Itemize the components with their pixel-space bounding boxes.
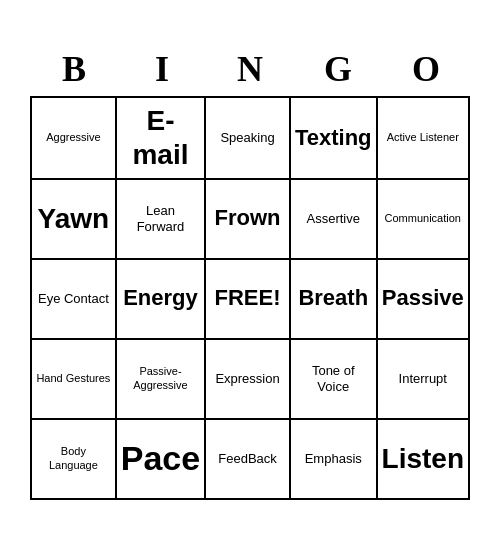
cell-text: Expression (215, 371, 279, 387)
cell-text: Speaking (220, 130, 274, 146)
bingo-cell: Yawn (32, 180, 117, 260)
cell-text: Passive-Aggressive (121, 365, 200, 391)
bingo-cell: Assertive (291, 180, 378, 260)
header-letter: G (294, 44, 382, 94)
cell-text: Body Language (36, 445, 111, 471)
bingo-cell: Speaking (206, 98, 291, 179)
bingo-card: BINGO AggressiveE-mailSpeakingTextingAct… (20, 34, 480, 509)
cell-text: Passive (382, 285, 464, 311)
cell-text: Energy (123, 285, 198, 311)
bingo-cell: Expression (206, 340, 291, 420)
bingo-cell: Passive (378, 260, 470, 340)
cell-text: Eye Contact (38, 291, 109, 307)
cell-text: Assertive (307, 211, 360, 227)
bingo-cell: Emphasis (291, 420, 378, 500)
bingo-cell: Listen (378, 420, 470, 500)
header-letter: B (30, 44, 118, 94)
cell-text: Active Listener (387, 131, 459, 144)
cell-text: Yawn (38, 202, 110, 236)
cell-text: FeedBack (218, 451, 277, 467)
bingo-cell: Body Language (32, 420, 117, 500)
cell-text: Frown (215, 205, 281, 231)
cell-text: Pace (121, 438, 200, 479)
bingo-grid: AggressiveE-mailSpeakingTextingActive Li… (30, 96, 470, 499)
bingo-cell: Active Listener (378, 98, 470, 179)
cell-text: Emphasis (305, 451, 362, 467)
cell-text: Tone of Voice (295, 363, 372, 394)
bingo-cell: Passive-Aggressive (117, 340, 206, 420)
cell-text: Texting (295, 125, 372, 151)
header-letter: O (382, 44, 470, 94)
cell-text: Breath (298, 285, 368, 311)
cell-text: Interrupt (399, 371, 447, 387)
cell-text: Aggressive (46, 131, 100, 144)
bingo-cell: Pace (117, 420, 206, 500)
bingo-cell: Breath (291, 260, 378, 340)
header-letter: I (118, 44, 206, 94)
bingo-cell: Texting (291, 98, 378, 179)
bingo-cell: FeedBack (206, 420, 291, 500)
bingo-cell: FREE! (206, 260, 291, 340)
bingo-cell: Tone of Voice (291, 340, 378, 420)
bingo-cell: Aggressive (32, 98, 117, 179)
cell-text: Hand Gestures (36, 372, 110, 385)
bingo-cell: Energy (117, 260, 206, 340)
bingo-header: BINGO (30, 44, 470, 94)
bingo-cell: Lean Forward (117, 180, 206, 260)
bingo-cell: Interrupt (378, 340, 470, 420)
cell-text: FREE! (215, 285, 281, 311)
bingo-cell: Communication (378, 180, 470, 260)
cell-text: Listen (382, 442, 464, 476)
header-letter: N (206, 44, 294, 94)
cell-text: E-mail (121, 104, 200, 171)
bingo-cell: Hand Gestures (32, 340, 117, 420)
bingo-cell: E-mail (117, 98, 206, 179)
bingo-cell: Frown (206, 180, 291, 260)
cell-text: Lean Forward (121, 203, 200, 234)
bingo-cell: Eye Contact (32, 260, 117, 340)
cell-text: Communication (385, 212, 461, 225)
